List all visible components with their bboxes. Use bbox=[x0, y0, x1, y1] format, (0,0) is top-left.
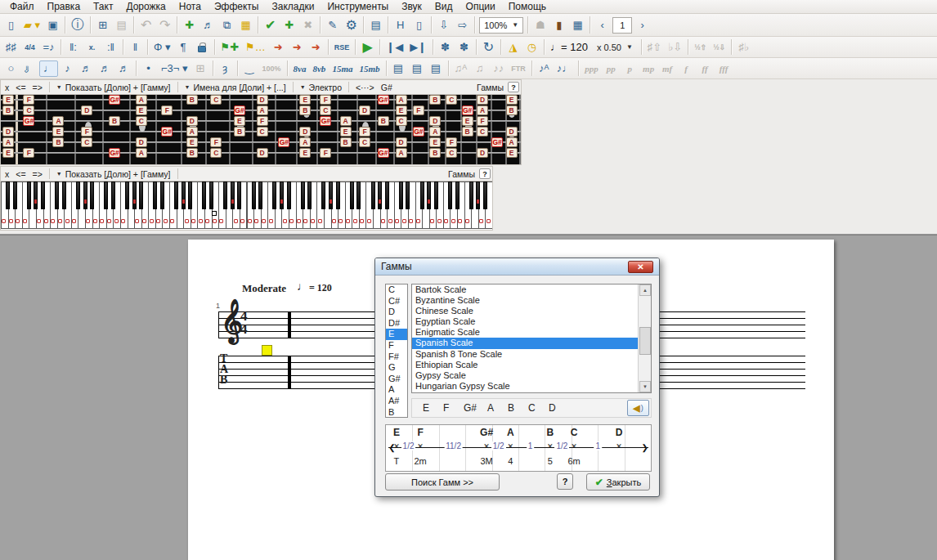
fret-note-F[interactable]: F bbox=[23, 148, 34, 158]
black-key[interactable] bbox=[406, 181, 410, 209]
undo-button[interactable]: ↶ bbox=[137, 16, 155, 34]
fretboard-show-dropdown[interactable]: ▼Показать [Долю] + [Гамму] bbox=[54, 81, 173, 93]
ottava-8vb-button[interactable]: 8vb bbox=[309, 60, 329, 77]
rest-button[interactable]: ȝ bbox=[216, 60, 235, 77]
black-key[interactable] bbox=[301, 181, 305, 209]
fret-note-D[interactable]: D bbox=[136, 137, 147, 147]
scale-item[interactable]: Byzantine Scale bbox=[412, 295, 651, 306]
marker-first-button[interactable]: ➜ bbox=[269, 39, 288, 56]
black-key[interactable] bbox=[336, 181, 340, 209]
view-normal-button[interactable]: ▤ bbox=[408, 60, 427, 77]
half-note-button[interactable]: ♩ bbox=[20, 60, 39, 77]
fret-note-B[interactable]: B bbox=[299, 105, 311, 115]
fret-note-D[interactable]: D bbox=[299, 127, 311, 137]
loop-button[interactable]: ↻ bbox=[479, 39, 498, 56]
fret-note-E[interactable]: E bbox=[340, 127, 352, 137]
fretboard-view-button[interactable]: ▮ bbox=[549, 16, 568, 34]
fret-note-D[interactable]: D bbox=[506, 127, 518, 137]
print-button[interactable]: ▤ bbox=[112, 16, 131, 34]
menu-item-9[interactable]: Вид bbox=[428, 0, 460, 13]
marker-prev-button[interactable]: ➜ bbox=[288, 39, 307, 56]
black-key[interactable] bbox=[13, 181, 17, 209]
fret-note-E[interactable]: E bbox=[234, 116, 245, 126]
black-key[interactable] bbox=[427, 181, 431, 209]
scroll-down-icon[interactable]: ▼ bbox=[639, 381, 651, 392]
speed-trainer-button[interactable]: ✽ bbox=[436, 39, 455, 56]
fret-note-D[interactable]: D bbox=[257, 148, 268, 158]
fret-note-A[interactable]: A bbox=[396, 95, 407, 105]
multitrack-view-button[interactable]: ▤ bbox=[366, 16, 385, 34]
black-key[interactable] bbox=[356, 181, 361, 209]
key-signature-button[interactable]: ♯♯ bbox=[2, 39, 20, 56]
fret-note-B[interactable]: B bbox=[429, 148, 441, 158]
dynamic-pp-button[interactable]: pp bbox=[602, 60, 621, 77]
fret-note-E[interactable]: E bbox=[52, 127, 64, 137]
black-key[interactable] bbox=[209, 181, 213, 209]
edit-cursor[interactable] bbox=[262, 345, 272, 356]
fret-note-B[interactable]: B bbox=[109, 116, 120, 126]
menu-item-5[interactable]: Эффекты bbox=[208, 0, 266, 13]
scrollbar-thumb[interactable] bbox=[639, 327, 651, 355]
fret-note-E[interactable]: E bbox=[2, 148, 14, 158]
menu-item-8[interactable]: Звук bbox=[395, 0, 428, 13]
repeat-close-button[interactable]: :‖ bbox=[101, 39, 120, 56]
fret-note-C[interactable]: C bbox=[81, 137, 92, 147]
root-item-f[interactable]: F bbox=[386, 340, 407, 352]
menu-item-2[interactable]: Такт bbox=[87, 0, 119, 13]
black-key[interactable] bbox=[76, 181, 80, 209]
fret-note-G#[interactable]: G# bbox=[320, 116, 331, 126]
single-staff-button[interactable]: ▯ bbox=[410, 16, 428, 34]
fret-note-D[interactable]: D bbox=[359, 105, 370, 115]
root-item-c[interactable]: C bbox=[386, 284, 407, 296]
black-key[interactable] bbox=[448, 181, 452, 209]
sixteenth-note-button[interactable]: ♬ bbox=[77, 60, 96, 77]
fret-note-F[interactable]: F bbox=[477, 116, 488, 126]
insert-bar-button[interactable]: ✚ bbox=[280, 16, 298, 34]
dotted-note-button[interactable]: • bbox=[139, 60, 158, 77]
root-item-b[interactable]: B bbox=[386, 407, 407, 418]
tuplet-grid-button[interactable]: ⊞ bbox=[191, 60, 210, 77]
duration-auto-button[interactable]: ♪ᴬ bbox=[535, 60, 554, 77]
fret-note-F[interactable]: F bbox=[320, 148, 331, 158]
close-icon[interactable]: ✕ bbox=[628, 261, 653, 273]
play-along-button[interactable]: ✽ bbox=[455, 39, 473, 56]
fret-note-D[interactable]: D bbox=[186, 116, 198, 126]
fret-note-A[interactable]: A bbox=[396, 148, 407, 158]
fret-note-A[interactable]: A bbox=[52, 116, 64, 126]
fret-note-G#[interactable]: G# bbox=[109, 148, 120, 158]
transpose-up-button[interactable]: ♯⇧ bbox=[644, 39, 665, 56]
menu-item-0[interactable]: Файл bbox=[3, 0, 41, 13]
black-key[interactable] bbox=[174, 181, 178, 209]
scroll-up-icon[interactable]: ▲ bbox=[639, 284, 651, 296]
scale-list[interactable]: Bartok ScaleByzantine ScaleChinese Scale… bbox=[411, 284, 652, 393]
fret-note-A[interactable]: A bbox=[136, 148, 147, 158]
menu-item-1[interactable]: Правка bbox=[41, 0, 87, 13]
fret-note-B[interactable]: B bbox=[52, 137, 64, 147]
fret-note-D[interactable]: D bbox=[429, 116, 441, 126]
root-item-ds[interactable]: D# bbox=[386, 318, 407, 329]
menu-item-4[interactable]: Нота bbox=[173, 0, 208, 13]
fret-note-C[interactable]: C bbox=[477, 127, 488, 137]
fret-note-B[interactable]: B bbox=[186, 148, 198, 158]
black-key[interactable] bbox=[111, 181, 115, 209]
beam-join-button[interactable]: ♫ bbox=[470, 60, 489, 77]
fret-note-G#[interactable]: G# bbox=[378, 148, 389, 158]
beam-auto-button[interactable]: ♫ᴬ bbox=[451, 60, 471, 77]
black-key[interactable] bbox=[280, 181, 284, 209]
keyboard-view-button[interactable]: ▦ bbox=[568, 16, 587, 34]
menu-item-6[interactable]: Закладки bbox=[265, 0, 321, 13]
root-item-g[interactable]: G bbox=[386, 362, 407, 374]
alternate-ending-button[interactable]: x. bbox=[83, 39, 101, 56]
black-key[interactable] bbox=[420, 181, 424, 209]
fretboard[interactable]: EFG#ABCDEFG#ABCDEBCDEFG#ABCDEFG#ABG#ABCD… bbox=[1, 94, 521, 164]
fret-note-G#[interactable]: G# bbox=[278, 137, 289, 147]
fret-note-B[interactable]: B bbox=[378, 116, 389, 126]
fret-note-F[interactable]: F bbox=[257, 116, 268, 126]
fret-note-E[interactable]: E bbox=[299, 95, 311, 105]
fret-note-F[interactable]: F bbox=[23, 95, 34, 105]
black-key[interactable] bbox=[483, 181, 487, 209]
help-icon[interactable]: ? bbox=[508, 82, 519, 92]
scroll-down-button[interactable]: ⇩ bbox=[434, 16, 453, 34]
track-manager-button[interactable]: ♬ bbox=[199, 16, 217, 34]
black-key[interactable] bbox=[125, 181, 129, 209]
